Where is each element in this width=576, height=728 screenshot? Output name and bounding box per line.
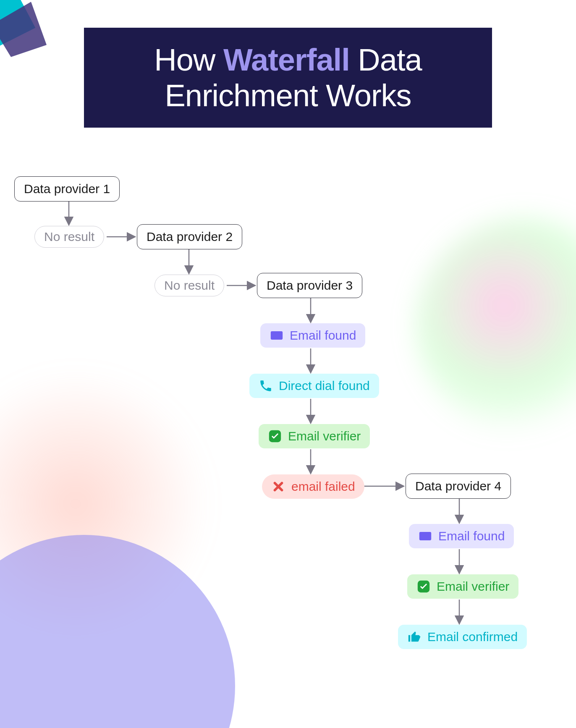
decorative-blur-right bbox=[416, 218, 576, 437]
node-label: Data provider 4 bbox=[415, 479, 501, 493]
node-email-verifier-1: Email verifier bbox=[259, 424, 370, 448]
x-icon bbox=[271, 479, 285, 494]
node-email-verifier-2: Email verifier bbox=[407, 574, 518, 599]
node-label: Data provider 1 bbox=[24, 182, 110, 196]
node-label: email failed bbox=[291, 479, 355, 494]
decorative-shapes-top-left bbox=[0, 0, 84, 76]
node-label: Email found bbox=[438, 529, 505, 543]
node-direct-dial-found: Direct dial found bbox=[249, 374, 379, 398]
decorative-blur-bottom-left bbox=[0, 369, 210, 638]
node-email-found-2: Email found bbox=[409, 524, 514, 548]
check-icon bbox=[268, 429, 282, 443]
mail-icon bbox=[270, 328, 284, 343]
node-data-provider-2: Data provider 2 bbox=[137, 224, 242, 249]
node-label: Email verifier bbox=[288, 429, 361, 443]
node-email-confirmed: Email confirmed bbox=[398, 625, 527, 649]
node-email-failed: email failed bbox=[262, 474, 364, 499]
diagram-canvas: How Waterfall Data Enrichment Works bbox=[0, 0, 576, 728]
node-data-provider-3: Data provider 3 bbox=[257, 273, 362, 298]
node-label: No result bbox=[44, 230, 94, 244]
node-no-result-1: No result bbox=[34, 226, 104, 248]
mail-icon bbox=[418, 529, 432, 543]
node-label: Email confirmed bbox=[427, 630, 518, 644]
decorative-purple-circle bbox=[0, 535, 235, 728]
node-data-provider-4: Data provider 4 bbox=[406, 474, 511, 499]
title-text: How Waterfall Data Enrichment Works bbox=[97, 42, 479, 113]
check-icon bbox=[416, 579, 431, 594]
node-label: Email verifier bbox=[437, 579, 509, 594]
node-label: Direct dial found bbox=[279, 379, 370, 393]
node-data-provider-1: Data provider 1 bbox=[14, 176, 120, 202]
title-panel: How Waterfall Data Enrichment Works bbox=[84, 28, 492, 128]
title-highlight: Waterfall bbox=[223, 42, 350, 77]
node-no-result-2: No result bbox=[154, 275, 224, 296]
thumbs-up-icon bbox=[407, 630, 422, 644]
phone-icon bbox=[259, 379, 273, 393]
node-label: Email found bbox=[290, 328, 356, 343]
node-label: Data provider 3 bbox=[267, 278, 353, 293]
node-label: No result bbox=[164, 278, 215, 293]
node-email-found-1: Email found bbox=[260, 323, 365, 348]
title-pre: How bbox=[154, 42, 223, 77]
node-label: Data provider 2 bbox=[147, 230, 233, 244]
